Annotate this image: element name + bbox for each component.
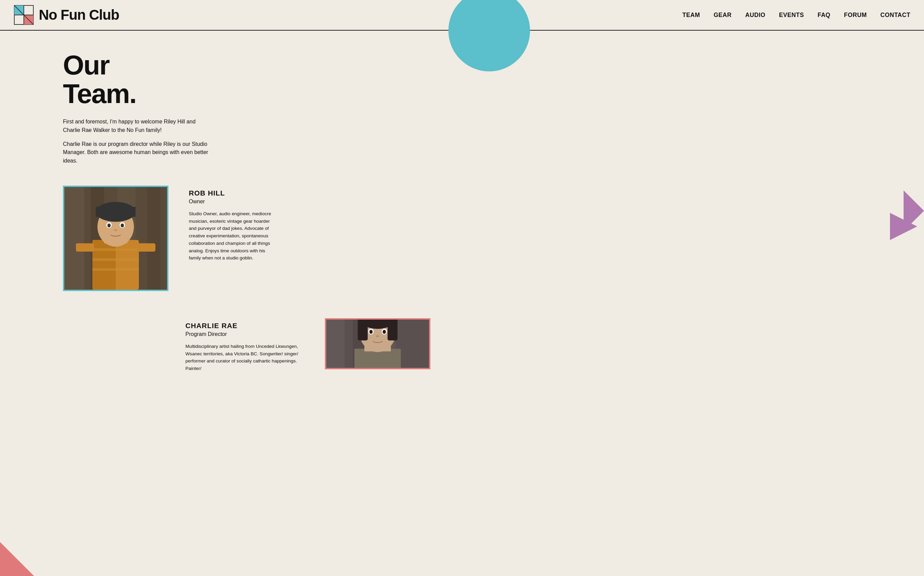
svg-rect-25 — [76, 243, 94, 251]
charlie-rae-photo-svg — [326, 318, 429, 369]
charlie-rae-name: CHARLIE RAE — [186, 322, 304, 330]
nav-faq[interactable]: FAQ — [818, 11, 830, 19]
team-member-rob-hill: ROB HILL Owner Studio Owner, audio engin… — [63, 186, 910, 291]
svg-rect-12 — [93, 240, 116, 290]
nav-team[interactable]: TEAM — [682, 11, 700, 19]
rob-hill-name: ROB HILL — [189, 189, 274, 197]
charlie-rae-photo — [325, 318, 430, 369]
nav-gear[interactable]: GEAR — [714, 11, 732, 19]
svg-rect-35 — [358, 318, 368, 340]
rob-hill-bio: Studio Owner, audio engineer, mediocre m… — [189, 210, 274, 262]
team-member-charlie-rae: CHARLIE RAE Program Director Multidiscip… — [186, 318, 910, 372]
charlie-rae-photo-wrapper — [325, 318, 430, 369]
charlie-rae-title: Program Director — [186, 331, 304, 337]
nav-forum[interactable]: FORUM — [844, 11, 867, 19]
header: No Fun Club TEAM GEAR AUDIO EVENTS FAQ F… — [0, 0, 924, 30]
svg-point-23 — [121, 223, 124, 227]
nav-events[interactable]: EVENTS — [779, 11, 804, 19]
svg-rect-13 — [93, 248, 139, 251]
rob-hill-photo-wrapper — [63, 186, 168, 291]
team-section: ROB HILL Owner Studio Owner, audio engin… — [63, 186, 910, 372]
svg-point-39 — [370, 330, 373, 334]
nav-audio[interactable]: AUDIO — [745, 11, 765, 19]
intro-paragraph-1: First and foremost, I'm happy to welcome… — [63, 118, 209, 134]
rob-hill-photo-svg — [64, 186, 167, 291]
nav-contact[interactable]: CONTACT — [881, 11, 910, 19]
intro-text-block: First and foremost, I'm happy to welcome… — [63, 118, 209, 165]
logo-icon — [14, 5, 34, 25]
svg-point-22 — [107, 223, 111, 227]
main-nav: TEAM GEAR AUDIO EVENTS FAQ FORUM CONTACT — [682, 11, 910, 19]
rob-hill-info: ROB HILL Owner Studio Owner, audio engin… — [189, 186, 274, 262]
charlie-rae-info: CHARLIE RAE Program Director Multidiscip… — [186, 318, 304, 372]
svg-rect-26 — [137, 243, 155, 251]
site-logo-text[interactable]: No Fun Club — [39, 7, 119, 23]
pink-corner-decoration — [0, 542, 34, 576]
svg-rect-19 — [96, 207, 136, 217]
svg-rect-10 — [147, 187, 160, 290]
svg-rect-7 — [64, 187, 84, 290]
svg-point-40 — [383, 330, 386, 334]
svg-point-41 — [376, 335, 380, 337]
charlie-rae-bio: Multidisciplinary artist hailing from Un… — [186, 343, 304, 372]
svg-point-24 — [114, 229, 117, 231]
svg-rect-14 — [93, 258, 139, 261]
logo-area[interactable]: No Fun Club — [14, 5, 119, 25]
page-title: Our Team. — [63, 51, 910, 108]
rob-hill-title: Owner — [189, 198, 274, 205]
main-content: Our Team. First and foremost, I'm happy … — [0, 30, 924, 400]
svg-rect-28 — [326, 318, 344, 369]
svg-rect-36 — [388, 318, 397, 340]
rob-hill-photo — [63, 186, 168, 291]
svg-rect-15 — [93, 268, 139, 271]
intro-paragraph-2: Charlie Rae is our program director whil… — [63, 140, 209, 165]
